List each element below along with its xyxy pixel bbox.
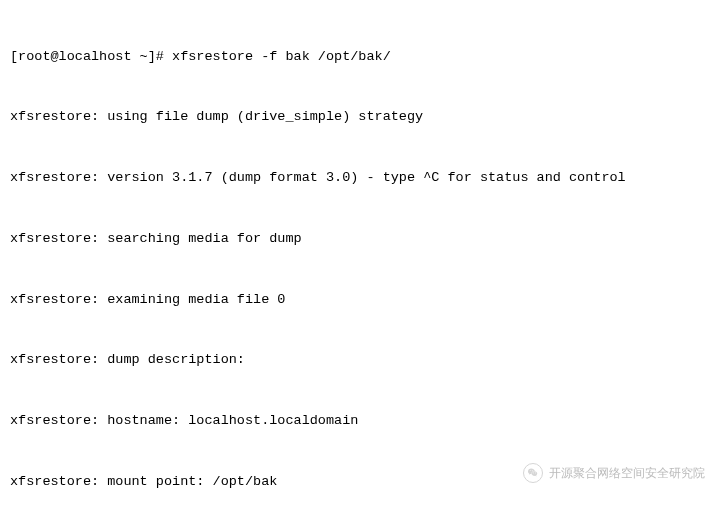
terminal-line: xfsrestore: hostname: localhost.localdom…: [10, 411, 713, 431]
terminal-line: xfsrestore: using file dump (drive_simpl…: [10, 107, 713, 127]
terminal-line: xfsrestore: mount point: /opt/bak: [10, 472, 713, 492]
terminal-line: xfsrestore: searching media for dump: [10, 229, 713, 249]
terminal-output[interactable]: [root@localhost ~]# xfsrestore -f bak /o…: [10, 6, 713, 507]
shell-prompt: [root@localhost ~]#: [10, 49, 172, 64]
terminal-line: xfsrestore: version 3.1.7 (dump format 3…: [10, 168, 713, 188]
terminal-line: xfsrestore: examining media file 0: [10, 290, 713, 310]
terminal-line: [root@localhost ~]# xfsrestore -f bak /o…: [10, 47, 713, 67]
terminal-line: xfsrestore: dump description:: [10, 350, 713, 370]
shell-command: xfsrestore -f bak /opt/bak/: [172, 49, 391, 64]
